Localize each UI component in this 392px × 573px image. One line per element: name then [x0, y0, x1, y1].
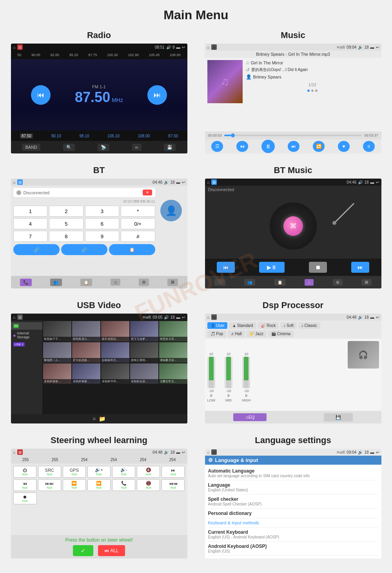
btm-next-btn[interactable]: ⏭ [351, 262, 369, 273]
usb-thumb-9[interactable]: 渡海正·爱我... [130, 342, 158, 363]
radio-next-btn[interactable]: ⏭ [147, 85, 167, 105]
radio-loop-btn[interactable]: ∞ [132, 144, 142, 151]
lang-item-android-kb[interactable]: Android Keyboard (AOSP) English (US) [208, 542, 378, 556]
btm-bottom-bt-btn[interactable]: ⌘ [361, 279, 372, 286]
sw-btn-skip2[interactable]: ⏮⏮Null [162, 479, 185, 491]
btm-bottom-phone-btn[interactable]: 📞 [214, 279, 225, 286]
usb-thumb-4[interactable]: 凤飞飞·追梦... [130, 321, 158, 341]
sw-ok-btn[interactable]: ✓ [73, 545, 93, 556]
radio-band-btn[interactable]: BAND [22, 144, 40, 151]
dot-2[interactable] [311, 89, 314, 92]
lang-apps-icon[interactable]: ⊞ [211, 449, 217, 455]
usb-nav-list[interactable]: ≡ [93, 416, 96, 422]
radio-preset-6[interactable]: 87.50 [168, 134, 178, 138]
sw-btn-skip[interactable]: ⏭⏭Null [38, 479, 61, 491]
radio-apps-icon[interactable]: ⊞ [17, 44, 23, 50]
music-back-icon[interactable]: ↩ [376, 45, 379, 49]
usb-apps-icon[interactable]: ⊞ [17, 314, 23, 320]
sw-btn-phone[interactable]: 📞Null [112, 479, 135, 491]
dsp-high-track[interactable] [242, 357, 250, 388]
dsp-preset-user[interactable]: 👤 User [207, 322, 228, 329]
usb-thumb-15[interactable]: 左麟右李·总... [159, 363, 187, 384]
radio-preset-4[interactable]: 106.10 [107, 134, 120, 138]
sw-btn-src[interactable]: SRCNull [38, 466, 61, 478]
dsp-home-icon[interactable]: ⌂ [207, 315, 210, 319]
usb-sidebar-internal[interactable]: ■ Internal Storage [11, 330, 42, 341]
usb-thumb-1[interactable]: 陈慧娴·千千... [43, 321, 71, 341]
progress-thumb[interactable] [231, 133, 235, 137]
dsp-preset-classic[interactable]: ♪ Classic [298, 322, 320, 329]
dsp-mid-track[interactable] [225, 357, 232, 388]
sw-btn-next[interactable]: ⏭Null [162, 466, 185, 478]
lang-item-language[interactable]: Language English (United States) [208, 480, 378, 495]
sw-btn-mute[interactable]: 🔇Null [137, 466, 160, 478]
bt-back-icon[interactable]: ↩ [182, 180, 185, 184]
bt-bottom-phone-btn[interactable]: 📞 [20, 279, 32, 286]
usb-thumb-14[interactable]: 卓依婷·走进... [130, 363, 158, 384]
music-repeat-btn[interactable]: 🔁 [313, 141, 325, 152]
bt-bottom-bt-btn[interactable]: ⌘ [167, 279, 178, 286]
bt-contacts-btn[interactable]: 📋 [109, 244, 155, 255]
bt-key-9[interactable]: 9 [85, 231, 120, 242]
music-play-btn[interactable]: ⏸ [261, 140, 275, 153]
dot-1[interactable] [307, 89, 310, 92]
sw-btn-power[interactable]: ⏻Null [13, 466, 36, 478]
sw-btn-hangup[interactable]: 📵Null [137, 479, 160, 491]
btm-bottom-settings-btn[interactable]: ⚙ [333, 279, 343, 286]
bt-key-3[interactable]: 3 [85, 206, 120, 217]
dsp-preset-pop[interactable]: 🎵 Pop [207, 330, 227, 337]
sw-btn-prev2[interactable]: ⏮Null [13, 479, 36, 491]
sw-btn-record[interactable]: ⏺Null [13, 493, 37, 504]
usb-back-icon[interactable]: ↩ [182, 315, 185, 319]
lang-item-keyboard[interactable]: Keyboard & Input methods [208, 518, 378, 527]
bt-key-0plus[interactable]: 0/+ [121, 218, 155, 229]
sw-btn-fwd[interactable]: ⏩Null [87, 479, 111, 491]
music-prev-btn[interactable]: ⏮ [236, 141, 248, 152]
usb-thumb-8[interactable]: 彭家丽·昨天... [101, 342, 129, 363]
music-home-icon[interactable]: ⌂ [207, 45, 210, 49]
dsp-save-btn[interactable]: 💾 [324, 413, 353, 422]
usb-thumb-7[interactable]: 罗大佑·恋曲... [72, 342, 100, 363]
bt-key-5[interactable]: 5 [49, 218, 83, 229]
lang-item-spell[interactable]: Spell checker Android Spell Checker (AOS… [208, 495, 378, 509]
sw-home-icon[interactable]: ⌂ [13, 450, 16, 454]
usb-thumb-13[interactable]: 卓依婷·中华... [101, 363, 129, 384]
radio-preset-5[interactable]: 108.00 [138, 134, 150, 138]
radio-signal-btn[interactable]: 📡 [98, 144, 109, 151]
radio-save-btn[interactable]: 💾 [164, 144, 176, 151]
lang-home-icon[interactable]: ⌂ [207, 450, 210, 454]
sw-all-btn[interactable]: ⏮ ALL [98, 545, 125, 556]
dsp-preset-hall[interactable]: ♬ Hall [228, 330, 245, 337]
bt-key-6[interactable]: 6 [85, 218, 120, 229]
radio-preset-2[interactable]: 90.10 [51, 134, 61, 138]
dsp-preset-jazz[interactable]: 🎷 Jazz [247, 330, 267, 337]
lang-item-dict[interactable]: Personal dictionary [208, 509, 378, 518]
dsp-low-track[interactable] [207, 357, 215, 388]
dsp-preset-soft[interactable]: ♪ Soft [280, 322, 297, 329]
music-apps-icon[interactable]: ⊞ [211, 44, 217, 50]
dot-3[interactable] [315, 89, 318, 92]
bt-key-star[interactable]: * [121, 206, 155, 217]
bt-key-2[interactable]: 2 [49, 206, 83, 217]
usb-nav-folder[interactable]: 📁 [99, 416, 105, 422]
btm-bottom-log-btn[interactable]: 📋 [274, 279, 285, 286]
usb-home-icon[interactable]: ⌂ [13, 315, 16, 319]
usb-thumb-5[interactable]: 柯受良·大哥... [159, 321, 187, 341]
sw-apps-icon[interactable]: ⊞ [17, 449, 23, 455]
btm-prev-btn[interactable]: ⏮ [217, 262, 235, 273]
btm-bottom-contacts-btn[interactable]: 👥 [244, 279, 255, 286]
radio-preset-1[interactable]: 87.50 [20, 133, 33, 139]
radio-back-icon[interactable]: ↩ [182, 45, 185, 49]
bt-home-icon[interactable]: ⌂ [13, 180, 16, 184]
lang-item-current-kb[interactable]: Current Keyboard English (US) - Android … [208, 527, 378, 542]
bt-key-1[interactable]: 1 [13, 206, 48, 217]
sw-btn-gps[interactable]: GPSNull [63, 466, 86, 478]
bt-key-8[interactable]: 8 [49, 231, 83, 242]
dsp-apps-icon[interactable]: ⊞ [211, 314, 217, 320]
sw-btn-vol-down[interactable]: 🔊-Null [112, 466, 135, 478]
dsp-back-icon[interactable]: ↩ [376, 315, 379, 319]
bt-apps-icon[interactable]: ⊞ [17, 179, 23, 185]
btm-play-btn[interactable]: ▶⏸ [259, 262, 285, 273]
btm-apps-icon[interactable]: ⊞ [211, 179, 217, 185]
bt-unlink-btn[interactable]: 🔗 [61, 244, 107, 255]
